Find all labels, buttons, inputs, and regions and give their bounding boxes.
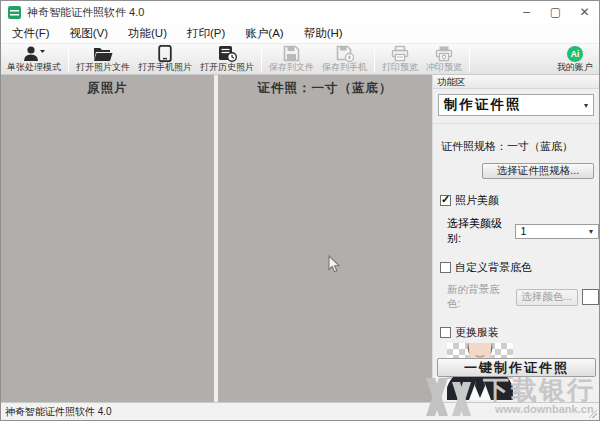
beauty-checkbox-label: 照片美颜 — [455, 193, 499, 208]
sidebar-separator — [433, 123, 599, 124]
beauty-checkbox[interactable] — [440, 195, 451, 206]
titlebar: 神奇智能证件照软件 4.0 – ▢ ✕ — [1, 1, 599, 23]
mode-select-value: 制作证件照 — [444, 96, 522, 114]
toolbar-label: 保存到文件 — [269, 62, 314, 73]
bg-color-swatch — [582, 289, 599, 305]
menu-view[interactable]: 视图(V) — [60, 23, 118, 43]
chevron-down-icon — [584, 101, 588, 110]
sidebar: 功能区 制作证件照 证件照规格：一寸（蓝底） 选择证件照规格... 照片美颜 选… — [432, 75, 599, 402]
menu-help[interactable]: 帮助(H) — [294, 23, 353, 43]
toolbar-spacer — [473, 44, 553, 74]
app-window: 神奇智能证件照软件 4.0 – ▢ ✕ 文件(F) 视图(V) 功能(U) 打印… — [0, 0, 600, 421]
account-ai-icon: Ai — [567, 45, 583, 62]
mode-select[interactable]: 制作证件照 — [438, 94, 594, 116]
choose-spec-button[interactable]: 选择证件照规格... — [482, 163, 594, 179]
toolbar-label: 打印预览 — [382, 62, 418, 73]
single-mode-button[interactable]: 单张处理模式 — [3, 44, 65, 74]
main-area: 原照片 证件照：一寸（蓝底） 功能区 制作证件照 证件照规格：一寸（蓝底） 选择… — [1, 75, 599, 402]
custom-bg-checkbox[interactable] — [440, 262, 451, 273]
spec-label: 证件照规格：一寸（蓝底） — [441, 139, 599, 154]
toolbar-label: 单张处理模式 — [7, 62, 61, 73]
minimize-button[interactable]: – — [512, 1, 541, 23]
close-button[interactable]: ✕ — [570, 1, 599, 23]
menu-print[interactable]: 打印(P) — [177, 23, 235, 43]
open-photo-file-button[interactable]: 打开照片文件 — [72, 44, 134, 74]
app-logo-icon — [8, 6, 21, 19]
toolbar: 单张处理模式 打开照片文件 打开手机照片 打开历史照片 保存到文件 — [1, 43, 599, 75]
clothes-checkbox-label: 更换服装 — [455, 325, 499, 340]
history-photo-icon — [218, 45, 237, 62]
clothes-checkbox[interactable] — [440, 327, 451, 338]
original-photo-title: 原照片 — [1, 75, 214, 97]
id-photo-panel: 证件照：一寸（蓝底） — [218, 75, 432, 402]
bg-color-label: 新的背景底色: — [447, 283, 511, 311]
id-photo-title: 证件照：一寸（蓝底） — [218, 75, 432, 97]
bg-color-row: 新的背景底色: 选择颜色... — [447, 283, 599, 311]
save-to-phone-button: 保存到手机 — [318, 44, 371, 74]
function-area-header: 功能区 — [433, 75, 599, 89]
menu-function[interactable]: 功能(U) — [118, 23, 177, 43]
save-file-icon — [283, 45, 300, 62]
resize-grip-icon[interactable] — [588, 409, 597, 418]
print-preview-button: 打印预览 — [378, 44, 422, 74]
open-history-photo-button[interactable]: 打开历史照片 — [196, 44, 258, 74]
toolbar-label: 打开历史照片 — [200, 62, 254, 73]
open-phone-photo-button[interactable]: 打开手机照片 — [134, 44, 196, 74]
save-phone-icon — [336, 45, 354, 62]
menu-file[interactable]: 文件(F) — [2, 23, 60, 43]
toolbar-separator — [374, 46, 375, 72]
status-text: 神奇智能证件照软件 4.0 — [5, 405, 112, 419]
clothes-check-row: 更换服装 — [440, 325, 599, 340]
original-photo-panel: 原照片 — [1, 75, 214, 402]
custom-bg-check-row: 自定义背景底色 — [440, 260, 599, 275]
toolbar-label: 我的账户 — [557, 62, 593, 73]
make-id-photo-button[interactable]: 一键制作证件照 — [437, 358, 596, 377]
ai-badge: Ai — [567, 46, 583, 62]
choose-color-button: 选择颜色... — [516, 289, 578, 306]
develop-preview-icon — [435, 45, 453, 62]
toolbar-label: 打开手机照片 — [138, 62, 192, 73]
beauty-level-row: 选择美颜级别: 1 — [447, 216, 599, 246]
custom-bg-checkbox-label: 自定义背景底色 — [455, 260, 532, 275]
beauty-check-row: 照片美颜 — [440, 193, 599, 208]
toolbar-label: 打开照片文件 — [76, 62, 130, 73]
beauty-level-select[interactable]: 1 — [515, 224, 599, 239]
develop-preview-button: 冲印预览 — [422, 44, 466, 74]
window-controls: – ▢ ✕ — [512, 1, 599, 23]
toolbar-label: 保存到手机 — [322, 62, 367, 73]
phone-photo-icon — [158, 45, 172, 62]
chevron-down-icon — [589, 227, 593, 236]
beauty-level-value: 1 — [521, 225, 527, 237]
open-folder-icon — [93, 45, 113, 62]
toolbar-separator — [68, 46, 69, 72]
toolbar-separator — [261, 46, 262, 72]
toolbar-separator — [469, 46, 470, 72]
save-to-file-button: 保存到文件 — [265, 44, 318, 74]
beauty-level-label: 选择美颜级别: — [447, 216, 509, 246]
statusbar: 神奇智能证件照软件 4.0 — [1, 402, 599, 420]
toolbar-label: 冲印预览 — [426, 62, 462, 73]
maximize-button[interactable]: ▢ — [541, 1, 570, 23]
menubar: 文件(F) 视图(V) 功能(U) 打印(P) 账户(A) 帮助(H) — [1, 23, 599, 43]
my-account-button[interactable]: Ai 我的账户 — [553, 44, 597, 74]
print-preview-icon — [391, 45, 409, 62]
person-mode-icon — [22, 45, 46, 62]
window-title: 神奇智能证件照软件 4.0 — [27, 5, 144, 20]
menu-account[interactable]: 账户(A) — [235, 23, 293, 43]
